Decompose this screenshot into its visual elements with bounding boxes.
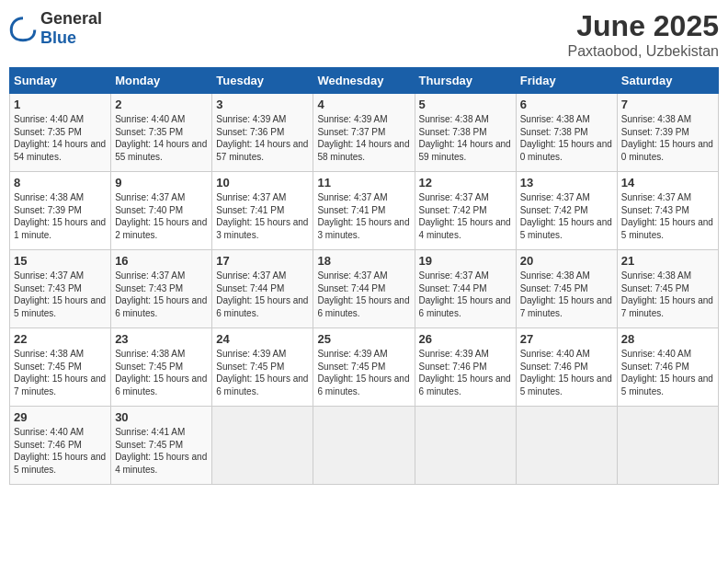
calendar-cell: 23 Sunrise: 4:38 AM Sunset: 7:45 PM Dayl… xyxy=(111,328,212,407)
daylight-label: Daylight: 15 hours and 5 minutes. xyxy=(621,373,713,396)
calendar-cell: 16 Sunrise: 4:37 AM Sunset: 7:43 PM Dayl… xyxy=(111,250,212,328)
calendar-cell: 22 Sunrise: 4:38 AM Sunset: 7:45 PM Dayl… xyxy=(10,328,111,407)
calendar-cell: 1 Sunrise: 4:40 AM Sunset: 7:35 PM Dayli… xyxy=(10,94,111,172)
sunrise-label: Sunrise: 4:38 AM xyxy=(520,270,590,281)
cell-content: Sunrise: 4:40 AM Sunset: 7:46 PM Dayligh… xyxy=(621,348,714,397)
sunset-label: Sunset: 7:39 PM xyxy=(14,205,82,215)
day-number: 30 xyxy=(115,410,208,424)
cell-content: Sunrise: 4:37 AM Sunset: 7:41 PM Dayligh… xyxy=(317,191,410,241)
col-saturday: Saturday xyxy=(617,68,718,94)
sunset-label: Sunset: 7:36 PM xyxy=(216,127,284,137)
logo-icon xyxy=(9,15,37,42)
daylight-label: Daylight: 15 hours and 5 minutes. xyxy=(14,452,106,475)
calendar-cell: 21 Sunrise: 4:38 AM Sunset: 7:45 PM Dayl… xyxy=(617,250,718,328)
calendar-cell: 2 Sunrise: 4:40 AM Sunset: 7:35 PM Dayli… xyxy=(111,94,212,172)
cell-content: Sunrise: 4:41 AM Sunset: 7:45 PM Dayligh… xyxy=(115,426,208,476)
day-number: 18 xyxy=(317,254,410,268)
daylight-label: Daylight: 15 hours and 7 minutes. xyxy=(621,295,713,318)
calendar-cell xyxy=(313,407,415,485)
calendar-cell: 6 Sunrise: 4:38 AM Sunset: 7:38 PM Dayli… xyxy=(516,94,617,172)
logo: General Blue xyxy=(9,9,102,48)
daylight-label: Daylight: 15 hours and 6 minutes. xyxy=(317,295,409,318)
sunrise-label: Sunrise: 4:40 AM xyxy=(520,349,590,359)
calendar-cell: 15 Sunrise: 4:37 AM Sunset: 7:43 PM Dayl… xyxy=(10,250,111,328)
sunrise-label: Sunrise: 4:37 AM xyxy=(317,192,387,202)
calendar-cell: 10 Sunrise: 4:37 AM Sunset: 7:41 PM Dayl… xyxy=(212,172,313,250)
cell-content: Sunrise: 4:38 AM Sunset: 7:45 PM Dayligh… xyxy=(621,270,714,319)
cell-content: Sunrise: 4:40 AM Sunset: 7:35 PM Dayligh… xyxy=(115,113,208,163)
cell-content: Sunrise: 4:39 AM Sunset: 7:36 PM Dayligh… xyxy=(216,113,309,163)
daylight-label: Daylight: 15 hours and 3 minutes. xyxy=(317,217,409,240)
daylight-label: Daylight: 15 hours and 1 minute. xyxy=(14,217,106,240)
calendar-cell: 29 Sunrise: 4:40 AM Sunset: 7:46 PM Dayl… xyxy=(10,407,111,485)
calendar-cell: 27 Sunrise: 4:40 AM Sunset: 7:46 PM Dayl… xyxy=(516,328,617,407)
cell-content: Sunrise: 4:37 AM Sunset: 7:44 PM Dayligh… xyxy=(317,270,410,319)
daylight-label: Daylight: 15 hours and 6 minutes. xyxy=(115,373,207,396)
day-number: 14 xyxy=(621,176,714,190)
calendar-cell: 14 Sunrise: 4:37 AM Sunset: 7:43 PM Dayl… xyxy=(617,172,718,250)
daylight-label: Daylight: 15 hours and 5 minutes. xyxy=(14,295,106,318)
header: General Blue June 2025 Paxtaobod, Uzbeki… xyxy=(9,9,719,60)
day-number: 21 xyxy=(621,254,714,268)
daylight-label: Daylight: 15 hours and 4 minutes. xyxy=(115,452,207,475)
cell-content: Sunrise: 4:39 AM Sunset: 7:45 PM Dayligh… xyxy=(216,348,309,397)
sunset-label: Sunset: 7:42 PM xyxy=(520,205,588,215)
sunset-label: Sunset: 7:44 PM xyxy=(216,283,284,293)
cell-content: Sunrise: 4:38 AM Sunset: 7:38 PM Dayligh… xyxy=(419,113,512,163)
day-number: 9 xyxy=(115,176,208,190)
calendar-cell xyxy=(516,407,617,485)
sunrise-label: Sunrise: 4:37 AM xyxy=(419,270,489,281)
daylight-label: Daylight: 15 hours and 5 minutes. xyxy=(621,217,713,240)
sunset-label: Sunset: 7:45 PM xyxy=(621,283,689,293)
calendar-cell: 24 Sunrise: 4:39 AM Sunset: 7:45 PM Dayl… xyxy=(212,328,313,407)
sunset-label: Sunset: 7:45 PM xyxy=(216,362,284,372)
daylight-label: Daylight: 15 hours and 7 minutes. xyxy=(14,373,106,396)
col-tuesday: Tuesday xyxy=(212,68,313,94)
calendar-table: Sunday Monday Tuesday Wednesday Thursday… xyxy=(9,67,719,485)
sunrise-label: Sunrise: 4:37 AM xyxy=(621,192,691,202)
calendar-cell: 17 Sunrise: 4:37 AM Sunset: 7:44 PM Dayl… xyxy=(212,250,313,328)
sunrise-label: Sunrise: 4:37 AM xyxy=(115,192,185,202)
cell-content: Sunrise: 4:38 AM Sunset: 7:45 PM Dayligh… xyxy=(520,270,613,319)
daylight-label: Daylight: 14 hours and 55 minutes. xyxy=(115,139,207,162)
daylight-label: Daylight: 15 hours and 6 minutes. xyxy=(419,373,511,396)
sunset-label: Sunset: 7:45 PM xyxy=(317,362,385,372)
calendar-cell: 20 Sunrise: 4:38 AM Sunset: 7:45 PM Dayl… xyxy=(516,250,617,328)
day-number: 5 xyxy=(419,98,512,111)
daylight-label: Daylight: 14 hours and 57 minutes. xyxy=(216,139,308,162)
cell-content: Sunrise: 4:37 AM Sunset: 7:43 PM Dayligh… xyxy=(115,270,208,319)
sunset-label: Sunset: 7:45 PM xyxy=(14,362,82,372)
day-number: 24 xyxy=(216,332,309,346)
sunset-label: Sunset: 7:43 PM xyxy=(14,283,82,293)
daylight-label: Daylight: 15 hours and 4 minutes. xyxy=(419,217,511,240)
calendar-cell xyxy=(415,407,516,485)
daylight-label: Daylight: 15 hours and 3 minutes. xyxy=(216,217,308,240)
sunrise-label: Sunrise: 4:41 AM xyxy=(115,427,185,437)
sunrise-label: Sunrise: 4:37 AM xyxy=(520,192,590,202)
cell-content: Sunrise: 4:40 AM Sunset: 7:46 PM Dayligh… xyxy=(14,426,107,476)
sunset-label: Sunset: 7:38 PM xyxy=(520,127,588,137)
daylight-label: Daylight: 15 hours and 6 minutes. xyxy=(115,295,207,318)
day-number: 10 xyxy=(216,176,309,190)
sunrise-label: Sunrise: 4:39 AM xyxy=(216,349,286,359)
day-number: 8 xyxy=(14,176,107,190)
day-number: 27 xyxy=(520,332,613,346)
calendar-cell: 13 Sunrise: 4:37 AM Sunset: 7:42 PM Dayl… xyxy=(516,172,617,250)
daylight-label: Daylight: 15 hours and 5 minutes. xyxy=(520,217,612,240)
sunrise-label: Sunrise: 4:38 AM xyxy=(621,114,691,124)
title-area: June 2025 Paxtaobod, Uzbekistan xyxy=(567,9,719,60)
day-number: 28 xyxy=(621,332,714,346)
logo-text: General Blue xyxy=(40,9,102,48)
cell-content: Sunrise: 4:37 AM Sunset: 7:44 PM Dayligh… xyxy=(419,270,512,319)
cell-content: Sunrise: 4:37 AM Sunset: 7:43 PM Dayligh… xyxy=(621,191,714,241)
day-number: 26 xyxy=(419,332,512,346)
col-wednesday: Wednesday xyxy=(313,68,415,94)
day-number: 29 xyxy=(14,410,107,424)
sunrise-label: Sunrise: 4:38 AM xyxy=(621,270,691,281)
sunrise-label: Sunrise: 4:38 AM xyxy=(419,114,489,124)
sunset-label: Sunset: 7:44 PM xyxy=(419,283,487,293)
sunset-label: Sunset: 7:40 PM xyxy=(115,205,183,215)
day-number: 13 xyxy=(520,176,613,190)
daylight-label: Daylight: 15 hours and 6 minutes. xyxy=(216,373,308,396)
cell-content: Sunrise: 4:38 AM Sunset: 7:38 PM Dayligh… xyxy=(520,113,613,163)
